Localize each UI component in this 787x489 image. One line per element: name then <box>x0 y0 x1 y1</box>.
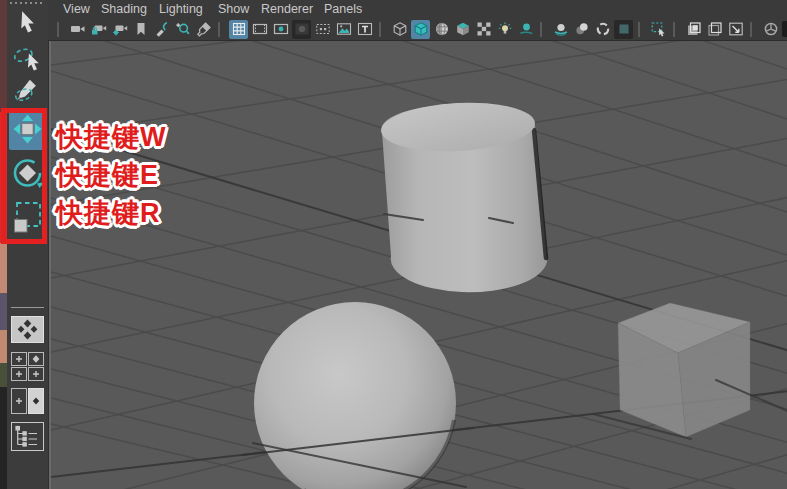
menu-item-show[interactable]: Show <box>218 2 249 16</box>
shaded-mode-icon[interactable] <box>411 20 430 39</box>
panel-menu-bar: View Shading Lighting Show Renderer Pane… <box>48 0 787 18</box>
lasso-icon <box>11 45 45 77</box>
grease-pencil-icon[interactable] <box>152 20 171 39</box>
paint-brush-icon <box>11 77 45 107</box>
scale-tool-icon <box>9 198 46 240</box>
toolbox-separator <box>11 307 44 308</box>
select-highlight-icon[interactable] <box>649 20 668 39</box>
panel-header: View Shading Lighting Show Renderer Pane… <box>48 0 787 41</box>
textured-mode-icon[interactable] <box>453 20 472 39</box>
resolution-gate-icon[interactable] <box>271 20 290 39</box>
scene <box>51 40 787 489</box>
select-tool-button[interactable] <box>9 8 46 42</box>
lasso-tool-button[interactable] <box>9 46 46 76</box>
two-pane-right-button[interactable] <box>28 388 44 414</box>
camera-icon[interactable] <box>68 20 87 39</box>
strip-segment <box>0 112 7 243</box>
strip-segment <box>0 387 7 489</box>
scale-tool-button[interactable] <box>9 200 46 238</box>
exposure-icon[interactable] <box>761 20 780 39</box>
separator <box>57 22 63 37</box>
wireframe-icon[interactable] <box>390 20 409 39</box>
two-pane-left-button[interactable] <box>11 388 27 414</box>
strip-segment <box>0 330 7 363</box>
lighting-icon[interactable] <box>495 20 514 39</box>
toolbox <box>7 0 49 489</box>
separator <box>673 22 679 37</box>
paint-brush-icon[interactable] <box>194 20 213 39</box>
menu-item-panels[interactable]: Panels <box>324 2 362 16</box>
select-arrow-icon <box>13 8 43 42</box>
single-pane-icon <box>11 316 44 347</box>
anti-aliasing-icon[interactable] <box>593 20 612 39</box>
exposure-field[interactable]: 0.00 <box>782 21 787 37</box>
strip-segment <box>0 363 7 387</box>
use-default-material-icon[interactable] <box>474 20 493 39</box>
isolate-select-icon[interactable] <box>684 20 703 39</box>
cube-object[interactable] <box>618 303 750 437</box>
move-tool-icon <box>9 110 46 152</box>
strip-segment <box>0 293 7 330</box>
menu-item-shading[interactable]: Shading <box>101 2 147 16</box>
single-pane-layout-button[interactable] <box>11 318 44 345</box>
multisampling-icon[interactable] <box>614 20 633 39</box>
bookmark-icon[interactable] <box>131 20 150 39</box>
pan-zoom-icon[interactable] <box>173 20 192 39</box>
move-tool-button[interactable] <box>9 112 46 150</box>
film-gate-icon[interactable] <box>250 20 269 39</box>
viewport[interactable] <box>48 40 787 489</box>
menu-item-lighting[interactable]: Lighting <box>159 2 203 16</box>
left-edge-artifact <box>0 0 7 489</box>
menu-item-renderer[interactable]: Renderer <box>261 2 313 16</box>
occlusion-icon[interactable] <box>551 20 570 39</box>
sphere-object[interactable] <box>254 302 456 489</box>
camera-settings-icon[interactable] <box>110 20 129 39</box>
separator <box>218 22 224 37</box>
isolate-select-load-icon[interactable] <box>705 20 724 39</box>
wireframe-on-shaded-icon[interactable] <box>432 20 451 39</box>
pane-layout-button-a[interactable] <box>11 352 27 366</box>
strip-segment <box>0 0 7 112</box>
motion-blur-icon[interactable] <box>572 20 591 39</box>
zoom-region-icon[interactable] <box>726 20 745 39</box>
outliner-icon <box>11 422 44 455</box>
menu-item-view[interactable]: View <box>63 2 90 16</box>
cylinder-object[interactable] <box>380 99 547 292</box>
paint-select-tool-button[interactable] <box>9 78 46 106</box>
shadows-icon[interactable] <box>516 20 535 39</box>
pane-layout-button-b[interactable] <box>28 352 44 366</box>
strip-segment <box>0 243 7 293</box>
separator <box>540 22 546 37</box>
outliner-layout-button[interactable] <box>11 424 44 453</box>
separator <box>379 22 385 37</box>
camera-lock-icon[interactable] <box>89 20 108 39</box>
maya-window: View Shading Lighting Show Renderer Pane… <box>0 0 787 489</box>
image-plane-icon[interactable] <box>334 20 353 39</box>
separator <box>638 22 644 37</box>
pane-layout-button-d[interactable] <box>28 367 44 381</box>
rotate-tool-icon <box>9 152 46 198</box>
rotate-tool-button[interactable] <box>9 154 46 196</box>
panel-toolbar: 0.001.00 <box>48 18 787 40</box>
pane-layout-button-c[interactable] <box>11 367 27 381</box>
grid-display-icon[interactable] <box>229 20 248 39</box>
separator <box>750 22 756 37</box>
hud-text-icon[interactable] <box>355 20 374 39</box>
gate-mask-icon[interactable] <box>292 20 311 39</box>
field-chart-icon[interactable] <box>313 20 332 39</box>
